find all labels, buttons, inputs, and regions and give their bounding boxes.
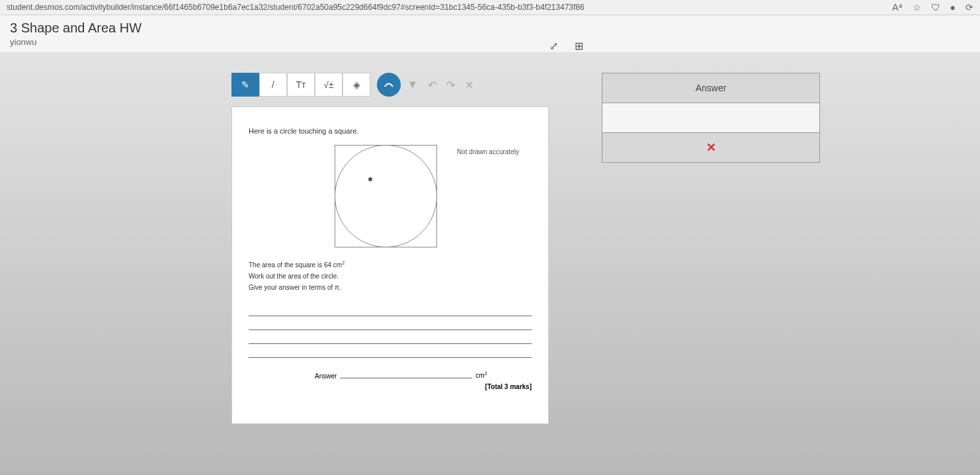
answer-status: ✕ <box>602 133 820 163</box>
dropdown-icon[interactable]: ▼ <box>407 79 418 91</box>
favorite-star-icon[interactable]: ☆ <box>913 2 921 13</box>
username: yionwu <box>10 37 970 47</box>
expand-icon[interactable]: ⤢ <box>550 40 558 52</box>
total-marks: [Total 3 marks] <box>249 383 532 390</box>
undo-button[interactable]: ↶ <box>428 79 436 91</box>
work-area[interactable] <box>249 304 532 358</box>
calculator-icon[interactable]: ⊞ <box>575 40 583 52</box>
answer-row: Answer cm2 <box>249 371 532 379</box>
text-tool[interactable]: Tт <box>287 73 315 97</box>
question-line-2: Work out the area of the circle. <box>249 273 532 280</box>
incorrect-icon: ✕ <box>706 141 716 154</box>
eraser-tool[interactable]: ◈ <box>343 73 370 97</box>
pen-tool[interactable]: ✎ <box>231 73 259 97</box>
drawing-toolbar: ✎ / Tт √± ◈ ▼ ↶ ↷ ✕ <box>231 73 549 97</box>
question-line-1: The area of the square is 64 cm2 <box>249 261 532 269</box>
answer-panel: Answer ✕ <box>602 73 820 424</box>
url-bar[interactable]: student.desmos.com/activitybuilder/insta… <box>7 3 892 12</box>
question-panel[interactable]: Here is a circle touching a square. Not … <box>231 107 549 424</box>
question-intro: Here is a circle touching a square. <box>249 127 532 135</box>
refresh-icon[interactable]: ⟳ <box>965 2 973 13</box>
center-dot <box>368 177 372 181</box>
answer-input-cell[interactable] <box>602 103 820 133</box>
circle-diagram <box>335 145 437 247</box>
square-diagram <box>335 145 437 247</box>
answer-label: Answer <box>315 372 337 380</box>
clear-button[interactable]: ✕ <box>465 79 473 91</box>
read-aloud-icon[interactable]: A⁴ <box>892 2 902 13</box>
profile-icon[interactable]: ● <box>950 2 956 13</box>
question-line-3: Give your answer in terms of π. <box>249 284 532 291</box>
answer-header: Answer <box>602 73 820 103</box>
shield-icon[interactable]: 🛡 <box>931 2 940 13</box>
color-tool[interactable] <box>377 73 401 97</box>
not-drawn-label: Not drawn accurately <box>457 148 519 155</box>
answer-unit: cm2 <box>475 371 487 379</box>
answer-blank[interactable] <box>340 378 472 378</box>
page-title: 3 Shape and Area HW <box>10 21 970 36</box>
math-tool[interactable]: √± <box>315 73 343 97</box>
redo-button[interactable]: ↷ <box>446 79 455 91</box>
line-tool[interactable]: / <box>259 73 287 97</box>
